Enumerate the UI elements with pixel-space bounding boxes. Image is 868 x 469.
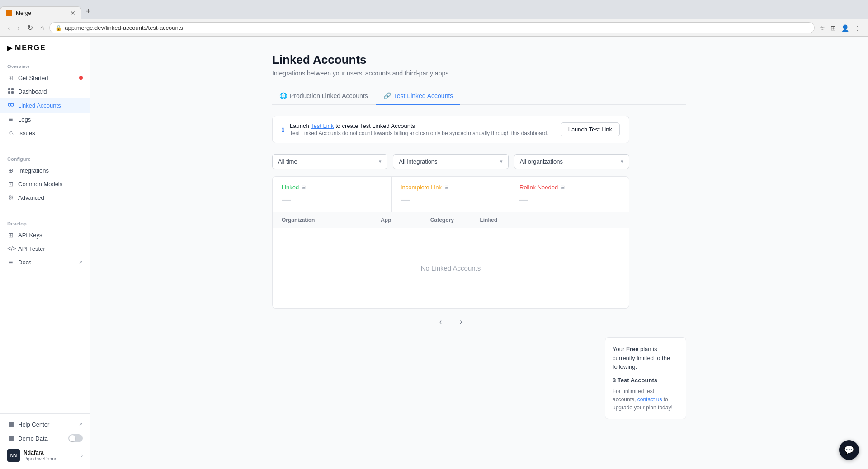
sidebar-item-api-keys[interactable]: ⊞ API Keys (0, 228, 90, 242)
tab-favicon (6, 10, 12, 16)
sidebar: ▶ MERGE Overview ⊞ Get Started Dashboard (0, 37, 90, 469)
linked-filter-icon[interactable]: ⊟ (302, 184, 306, 190)
svg-rect-1 (11, 88, 14, 90)
prev-page-button[interactable]: ‹ (436, 316, 445, 328)
help-center-icon: ▦ (7, 421, 14, 428)
banner-content: Launch Test Link to create Test Linked A… (290, 122, 555, 136)
integrations-filter[interactable]: All integrations ▾ (393, 154, 508, 169)
section-label-configure: Configure (0, 153, 90, 164)
browser-nav-bar: ‹ › ↻ ⌂ 🔒 app.merge.dev/linked-accounts/… (0, 19, 868, 37)
chat-widget-button[interactable]: 💬 (839, 440, 859, 460)
sidebar-section-overview: Overview ⊞ Get Started Dashboard Linked … (0, 57, 90, 142)
sidebar-item-issues[interactable]: ⚠ Issues (0, 126, 90, 140)
sidebar-label-logs: Logs (18, 116, 31, 123)
integrations-icon: ⊕ (7, 167, 14, 174)
menu-button[interactable]: ⋮ (853, 23, 863, 33)
tab-production-label: Production Linked Accounts (290, 92, 368, 99)
demo-data-toggle-row: ▦ Demo Data (0, 431, 90, 446)
notification-dot (79, 76, 83, 80)
test-link-anchor[interactable]: Test Link (311, 122, 334, 129)
linked-accounts-icon (7, 102, 14, 109)
tab-test-label: Test Linked Accounts (394, 92, 453, 99)
sidebar-label-common-models: Common Models (18, 181, 62, 188)
stat-relink: Relink Needed ⊟ — (510, 177, 629, 212)
extensions-button[interactable]: ⊞ (829, 23, 838, 33)
incomplete-filter-icon[interactable]: ⊟ (444, 184, 448, 190)
user-profile-button[interactable]: NN Ndafara PipedriveDemo › (0, 446, 90, 465)
home-button[interactable]: ⌂ (38, 23, 47, 33)
col-app: App (381, 217, 430, 223)
demo-data-icon: ▦ (7, 435, 14, 442)
plan-text: Your Free plan is currently limited to t… (613, 345, 679, 371)
external-link-icon: ↗ (79, 259, 83, 265)
ssl-lock-icon: 🔒 (55, 25, 62, 31)
sidebar-item-help-center[interactable]: ▦ Help Center ↗ (0, 417, 90, 431)
app-layout: ▶ MERGE Overview ⊞ Get Started Dashboard (0, 37, 868, 469)
advanced-icon: ⚙ (7, 194, 14, 201)
relink-filter-icon[interactable]: ⊟ (561, 184, 565, 190)
filters-row: All time ▾ All integrations ▾ All organi… (272, 154, 629, 169)
address-bar[interactable]: 🔒 app.merge.dev/linked-accounts/test-acc… (49, 22, 815, 33)
production-tab-icon: 🌐 (279, 92, 287, 99)
sidebar-label-docs: Docs (18, 259, 32, 266)
sidebar-section-develop: Develop ⊞ API Keys </> API Tester ≡ Docs… (0, 215, 90, 272)
active-tab[interactable]: Merge ✕ (0, 6, 81, 19)
sidebar-label-issues: Issues (18, 130, 35, 136)
contact-us-link[interactable]: contact us (637, 396, 662, 403)
sidebar-label-linked-accounts: Linked Accounts (18, 102, 61, 109)
logo-icon: ▶ (7, 44, 12, 52)
sidebar-item-api-tester[interactable]: </> API Tester (0, 242, 90, 255)
linked-accounts-table: Organization App Category Linked No Link… (272, 212, 629, 309)
sidebar-item-linked-accounts[interactable]: Linked Accounts (0, 98, 90, 113)
new-tab-button[interactable]: + (81, 4, 95, 19)
launch-test-link-button[interactable]: Launch Test Link (561, 122, 620, 136)
user-name: Ndafara (24, 450, 77, 456)
sidebar-item-dashboard[interactable]: Dashboard (0, 84, 90, 98)
content-wrapper: Linked Accounts Integrations between you… (258, 37, 701, 351)
col-category: Category (430, 217, 480, 223)
tab-production[interactable]: 🌐 Production Linked Accounts (272, 88, 375, 105)
integrations-filter-chevron: ▾ (500, 159, 503, 164)
sidebar-item-integrations[interactable]: ⊕ Integrations (0, 164, 90, 177)
back-button[interactable]: ‹ (5, 23, 12, 33)
sidebar-item-advanced[interactable]: ⚙ Advanced (0, 191, 90, 204)
test-tab-icon: 🔗 (383, 92, 391, 99)
sidebar-item-common-models[interactable]: ⊡ Common Models (0, 177, 90, 191)
content-area: ℹ Launch Test Link to create Test Linked… (272, 116, 686, 335)
sidebar-item-get-started[interactable]: ⊞ Get Started (0, 71, 90, 84)
relink-label: Relink Needed ⊟ (519, 184, 620, 191)
common-models-icon: ⊡ (7, 180, 14, 188)
integrations-filter-value: All integrations (399, 158, 437, 165)
organizations-filter[interactable]: All organizations ▾ (514, 154, 629, 169)
sidebar-item-logs[interactable]: ≡ Logs (0, 113, 90, 126)
stat-incomplete: Incomplete Link ⊟ — (392, 177, 510, 212)
browser-chrome: Merge ✕ + ‹ › ↻ ⌂ 🔒 app.merge.dev/linked… (0, 0, 868, 37)
svg-rect-3 (11, 91, 14, 94)
table-header: Organization App Category Linked (273, 212, 629, 228)
profile-button[interactable]: 👤 (840, 23, 851, 33)
stats-row: Linked ⊟ — Incomplete Link ⊟ — (272, 176, 629, 212)
user-org: PipedriveDemo (24, 456, 77, 461)
relink-value: — (519, 194, 620, 205)
tab-navigation: 🌐 Production Linked Accounts 🔗 Test Link… (272, 88, 686, 105)
tab-close-button[interactable]: ✕ (70, 10, 75, 16)
time-filter[interactable]: All time ▾ (272, 154, 387, 169)
sidebar-item-docs[interactable]: ≡ Docs ↗ (0, 255, 90, 269)
browser-actions: ☆ ⊞ 👤 ⋮ (817, 23, 863, 33)
main-content: Linked Accounts Integrations between you… (90, 37, 868, 469)
tab-test[interactable]: 🔗 Test Linked Accounts (376, 88, 461, 105)
sidebar-label-api-tester: API Tester (18, 245, 45, 252)
bookmark-button[interactable]: ☆ (817, 23, 827, 33)
sidebar-divider-2 (0, 211, 90, 211)
next-page-button[interactable]: › (456, 316, 466, 328)
sidebar-label-demo-data: Demo Data (18, 435, 48, 442)
sidebar-label-dashboard: Dashboard (18, 88, 47, 95)
forward-button[interactable]: › (15, 23, 22, 33)
svg-point-5 (11, 103, 14, 106)
sidebar-logo: ▶ MERGE (0, 37, 90, 57)
col-organization: Organization (282, 217, 381, 223)
demo-toggle-switch[interactable] (68, 434, 83, 442)
reload-button[interactable]: ↻ (25, 22, 35, 33)
section-label-overview: Overview (0, 60, 90, 71)
organizations-filter-value: All organizations (520, 158, 563, 165)
